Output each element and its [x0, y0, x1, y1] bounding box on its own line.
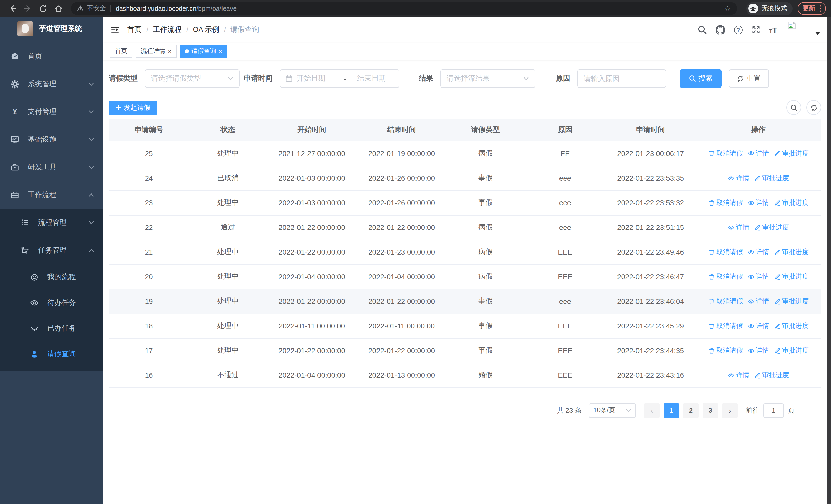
sidebar-item-infra[interactable]: 基础设施 [0, 126, 103, 153]
sidebar-collapse-icon[interactable] [103, 17, 127, 42]
detail-link[interactable]: 详情 [748, 198, 769, 207]
sidebar-item-workflow[interactable]: 工作流程 [0, 181, 103, 209]
back-icon[interactable] [5, 1, 20, 16]
cancel-leave-link[interactable]: 取消请假 [708, 297, 743, 306]
yen-icon: ¥ [10, 108, 20, 116]
approval-progress-link[interactable]: 审批进度 [754, 223, 789, 232]
sidebar-item-my-process[interactable]: 我的流程 [0, 264, 103, 290]
browser-menu-icon[interactable] [820, 5, 821, 12]
page-button-3[interactable]: 3 [703, 403, 718, 417]
detail-link[interactable]: 详情 [728, 174, 749, 183]
sidebar-logo[interactable]: 芋道管理系统 [0, 17, 103, 40]
detail-link[interactable]: 详情 [728, 223, 749, 232]
sidebar-item-done-tasks[interactable]: 已办任务 [0, 316, 103, 341]
sidebar-item-home[interactable]: 首页 [0, 42, 103, 70]
help-icon[interactable]: ? [734, 25, 742, 34]
detail-link[interactable]: 详情 [748, 321, 769, 330]
tab-process-detail[interactable]: 流程详情 × [136, 45, 177, 58]
reload-icon[interactable] [36, 1, 50, 16]
detail-link[interactable]: 详情 [748, 149, 769, 158]
cell-id: 18 [109, 314, 189, 338]
approval-progress-link[interactable]: 审批进度 [774, 247, 809, 257]
tab-leave-query[interactable]: 请假查询 × [180, 45, 227, 58]
divider [110, 5, 111, 12]
refresh-button[interactable] [806, 100, 821, 115]
next-page-button[interactable]: › [722, 403, 738, 417]
reason-input[interactable] [583, 75, 660, 83]
chevron-down-icon [523, 76, 529, 82]
approval-progress-link[interactable]: 审批进度 [754, 174, 789, 183]
address-bar[interactable]: 不安全 dashboard.yudao.iocoder.cn /bpm/oa/l… [71, 2, 737, 15]
goto-page-input[interactable] [763, 403, 784, 417]
forward-icon[interactable] [21, 1, 35, 16]
approval-progress-link[interactable]: 审批进度 [774, 198, 809, 207]
cancel-leave-link[interactable]: 取消请假 [708, 321, 743, 330]
approval-progress-link[interactable]: 审批进度 [774, 346, 809, 355]
chevron-down-icon [88, 220, 94, 226]
detail-link[interactable]: 详情 [748, 297, 769, 306]
cancel-leave-link[interactable]: 取消请假 [708, 247, 743, 257]
github-icon[interactable] [715, 25, 725, 35]
leave-type-select[interactable]: 请选择请假类型 [145, 69, 240, 88]
approval-progress-link[interactable]: 审批进度 [774, 321, 809, 330]
bookmark-star-icon[interactable]: ☆ [724, 4, 730, 12]
page-button-2[interactable]: 2 [683, 403, 698, 417]
search-button[interactable]: 搜索 [680, 69, 722, 88]
url-path[interactable]: /bpm/oa/leave [196, 5, 237, 12]
cancel-leave-label: 取消请假 [716, 321, 743, 330]
detail-link[interactable]: 详情 [728, 370, 749, 380]
url-domain[interactable]: dashboard.yudao.iocoder.cn [116, 5, 196, 12]
start-date-placeholder[interactable]: 开始日期 [297, 74, 341, 83]
approval-progress-link[interactable]: 审批进度 [774, 149, 809, 158]
cell-leave-type: 病假 [447, 264, 524, 289]
security-label[interactable]: 不安全 [87, 4, 106, 13]
breadcrumb-home[interactable]: 首页 [127, 25, 142, 34]
avatar[interactable] [786, 20, 806, 40]
approval-progress-link[interactable]: 审批进度 [774, 297, 809, 306]
end-date-placeholder[interactable]: 结束日期 [349, 74, 394, 83]
reset-button[interactable]: 重置 [729, 69, 769, 88]
update-label[interactable]: 更新 [803, 4, 815, 13]
close-icon[interactable]: × [219, 48, 222, 54]
sidebar-item-system[interactable]: 系统管理 [0, 70, 103, 98]
search-icon[interactable] [697, 25, 707, 34]
sidebar-item-todo-tasks[interactable]: 待办任务 [0, 290, 103, 316]
filter-result: 结果 请选择流结果 [419, 69, 535, 88]
date-range-input[interactable]: 开始日期 - 结束日期 [280, 69, 399, 88]
sidebar-item-process-mgmt[interactable]: 流程管理 [0, 209, 103, 237]
detail-link[interactable]: 详情 [748, 346, 769, 355]
detail-link[interactable]: 详情 [748, 272, 769, 281]
tab-home[interactable]: 首页 [110, 45, 133, 58]
home-icon[interactable] [51, 1, 66, 16]
tab-label: 流程详情 [141, 47, 165, 55]
page-button-1[interactable]: 1 [664, 403, 679, 417]
breadcrumb-oa-example[interactable]: OA 示例 [193, 25, 220, 34]
user-menu-caret-icon[interactable] [815, 32, 820, 35]
cancel-leave-link[interactable]: 取消请假 [708, 272, 743, 281]
breadcrumb-workflow[interactable]: 工作流程 [153, 25, 182, 34]
table-row: 23处理中2022-01-03 00:00:002022-01-26 00:00… [109, 190, 821, 215]
approval-progress-link[interactable]: 审批进度 [754, 370, 789, 380]
sidebar-item-leave-query[interactable]: 请假查询 [0, 341, 103, 367]
sidebar-item-devtools[interactable]: 研发工具 [0, 153, 103, 181]
approval-progress-link[interactable]: 审批进度 [774, 272, 809, 281]
search-toggle-button[interactable] [786, 100, 801, 115]
font-size-icon[interactable]: TT [769, 25, 777, 34]
cancel-leave-link[interactable]: 取消请假 [708, 198, 743, 207]
sidebar-item-payment[interactable]: ¥ 支付管理 [0, 98, 103, 126]
page-size-select[interactable]: 10条/页 [589, 403, 636, 417]
browser-update-button[interactable]: 更新 [797, 2, 826, 15]
detail-link[interactable]: 详情 [748, 247, 769, 257]
cancel-leave-link[interactable]: 取消请假 [708, 149, 743, 158]
close-icon[interactable]: × [168, 48, 171, 54]
scrollbar[interactable] [827, 17, 831, 504]
result-select[interactable]: 请选择流结果 [440, 69, 535, 88]
create-leave-button[interactable]: 发起请假 [109, 100, 157, 115]
cell-start-time: 2022-01-11 00:00:00 [267, 314, 357, 338]
prev-page-button[interactable]: ‹ [644, 403, 660, 417]
calendar-icon [285, 75, 292, 82]
cancel-leave-link[interactable]: 取消请假 [708, 346, 743, 355]
fullscreen-icon[interactable] [751, 25, 761, 34]
breadcrumb-current: 请假查询 [230, 25, 259, 34]
sidebar-item-task-mgmt[interactable]: 任务管理 [0, 237, 103, 264]
